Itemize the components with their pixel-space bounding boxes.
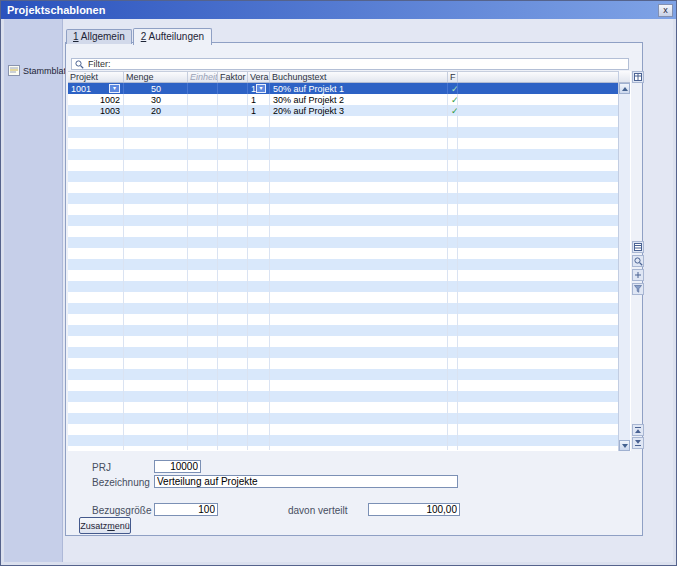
cell-buchungstext — [270, 336, 448, 347]
data-grid: ProjektMengeEinheitFaktorVeraBuchungstex… — [68, 71, 631, 451]
cell-filler — [458, 292, 618, 303]
cell-faktor — [218, 248, 248, 259]
table-row-empty[interactable] — [68, 391, 618, 402]
cell-filler — [458, 413, 618, 424]
scrollbar-track[interactable] — [619, 94, 630, 440]
cell-menge — [124, 380, 188, 391]
table-row-empty[interactable] — [68, 325, 618, 336]
cell-menge — [124, 435, 188, 446]
tab-page-aufteilungen: Filter: ProjektMengeEinheitFaktorVeraBuc… — [65, 42, 643, 536]
cell-text: 1003 — [100, 106, 120, 116]
table-row-empty[interactable] — [68, 270, 618, 281]
column-chooser-button[interactable] — [632, 71, 644, 83]
scroll-to-top-button[interactable] — [632, 424, 644, 436]
sidebar-item-stammblatt[interactable]: Stammblatt — [4, 65, 62, 76]
davon-verteilt-field[interactable] — [368, 503, 460, 516]
cell-buchungstext — [270, 413, 448, 424]
expand-button[interactable] — [632, 269, 644, 281]
cell-projekt — [68, 369, 124, 380]
table-row-empty[interactable] — [68, 226, 618, 237]
filter-bar[interactable]: Filter: — [71, 58, 629, 70]
table-row-empty[interactable] — [68, 204, 618, 215]
cell-einheit — [188, 424, 218, 435]
table-row-empty[interactable] — [68, 446, 618, 450]
cell-buchungstext — [270, 325, 448, 336]
dropdown-button[interactable]: ▾ — [109, 84, 120, 93]
cell-faktor — [218, 303, 248, 314]
cell-filler — [458, 303, 618, 314]
cell-projekt — [68, 281, 124, 292]
cell-menge — [124, 314, 188, 325]
table-row-empty[interactable] — [68, 402, 618, 413]
cell-faktor — [218, 215, 248, 226]
column-header-menge[interactable]: Menge — [124, 72, 188, 82]
table-row-empty[interactable] — [68, 303, 618, 314]
table-row-empty[interactable] — [68, 336, 618, 347]
table-row-empty[interactable] — [68, 215, 618, 226]
cell-f — [448, 281, 458, 292]
table-row-empty[interactable] — [68, 116, 618, 127]
table-row-empty[interactable] — [68, 314, 618, 325]
table-row-empty[interactable] — [68, 413, 618, 424]
vertical-scrollbar[interactable] — [618, 71, 630, 451]
table-row[interactable]: 100230130% auf Projekt 2✓ — [68, 94, 618, 105]
zusatzmenu-button[interactable]: Zusatzmenü — [79, 517, 131, 534]
cell-vera — [248, 391, 270, 402]
bezeichnung-field[interactable] — [154, 475, 458, 488]
table-row-empty[interactable] — [68, 182, 618, 193]
cell-menge: 50 — [124, 83, 188, 94]
table-row-empty[interactable] — [68, 193, 618, 204]
column-header-einheit[interactable]: Einheit — [188, 72, 218, 82]
projektschablonen-window: Projektschablonen x Stammblatt 1 Allgeme… — [0, 0, 677, 566]
table-row-empty[interactable] — [68, 160, 618, 171]
table-row-empty[interactable] — [68, 149, 618, 160]
table-row-empty[interactable] — [68, 171, 618, 182]
cell-vera — [248, 116, 270, 127]
table-row-empty[interactable] — [68, 347, 618, 358]
scroll-up-button[interactable] — [619, 83, 630, 94]
tab-aufteilungen[interactable]: 2 Aufteilungen — [133, 28, 212, 45]
stammblatt-icon — [8, 65, 20, 76]
table-row[interactable]: 100320120% auf Projekt 3✓ — [68, 105, 618, 116]
zoom-button[interactable] — [632, 255, 644, 267]
cell-menge — [124, 204, 188, 215]
table-row-empty[interactable] — [68, 248, 618, 259]
column-header-projekt[interactable]: Projekt — [68, 72, 124, 82]
filter-button[interactable] — [632, 283, 644, 295]
table-row-empty[interactable] — [68, 237, 618, 248]
column-header-buchungstext[interactable]: Buchungstext — [270, 72, 448, 82]
scroll-down-button[interactable] — [619, 440, 630, 451]
tab-allgemein[interactable]: 1 Allgemein — [66, 29, 132, 44]
table-row-empty[interactable] — [68, 380, 618, 391]
cell-faktor — [218, 160, 248, 171]
table-row-empty[interactable] — [68, 259, 618, 270]
column-header-f[interactable]: F — [448, 72, 458, 82]
table-row-empty[interactable] — [68, 369, 618, 380]
cell-vera — [248, 193, 270, 204]
cell-projekt — [68, 413, 124, 424]
grid-body: 1001▾501▾50% auf Projekt 1✓100230130% au… — [68, 83, 618, 450]
scroll-to-bottom-button[interactable] — [632, 437, 644, 449]
table-row-empty[interactable] — [68, 281, 618, 292]
cell-menge — [124, 127, 188, 138]
cell-faktor — [218, 281, 248, 292]
table-row[interactable]: 1001▾501▾50% auf Projekt 1✓ — [68, 83, 618, 94]
column-header-faktor[interactable]: Faktor — [218, 72, 248, 82]
table-row-empty[interactable] — [68, 127, 618, 138]
bezugsgroesse-field[interactable] — [154, 503, 218, 516]
cell-vera — [248, 270, 270, 281]
cell-menge — [124, 391, 188, 402]
dropdown-button[interactable]: ▾ — [256, 84, 266, 93]
table-row-empty[interactable] — [68, 424, 618, 435]
table-row-empty[interactable] — [68, 138, 618, 149]
cell-filler — [458, 116, 618, 127]
table-row-empty[interactable] — [68, 358, 618, 369]
cell-filler — [458, 160, 618, 171]
column-header-vera[interactable]: Vera — [248, 72, 270, 82]
prj-field[interactable] — [154, 460, 201, 473]
grid-layout-button[interactable] — [632, 241, 644, 253]
close-button[interactable]: x — [658, 4, 673, 17]
title-bar[interactable]: Projektschablonen x — [1, 1, 676, 19]
table-row-empty[interactable] — [68, 292, 618, 303]
table-row-empty[interactable] — [68, 435, 618, 446]
